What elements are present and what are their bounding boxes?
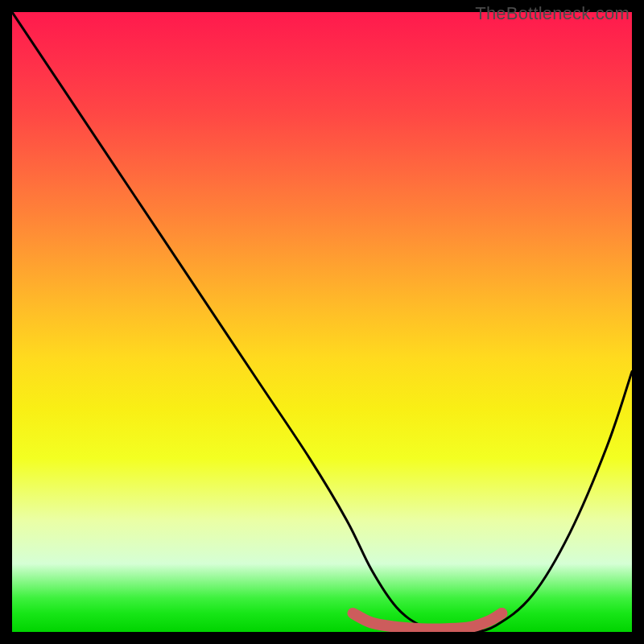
optimal-range-band bbox=[353, 613, 502, 630]
highlight-point bbox=[496, 608, 507, 619]
chart-frame: TheBottleneck.com bbox=[0, 0, 644, 644]
plot-area bbox=[12, 12, 632, 632]
watermark-text: TheBottleneck.com bbox=[475, 3, 630, 24]
bottleneck-curve bbox=[12, 12, 632, 632]
chart-svg bbox=[12, 12, 632, 632]
